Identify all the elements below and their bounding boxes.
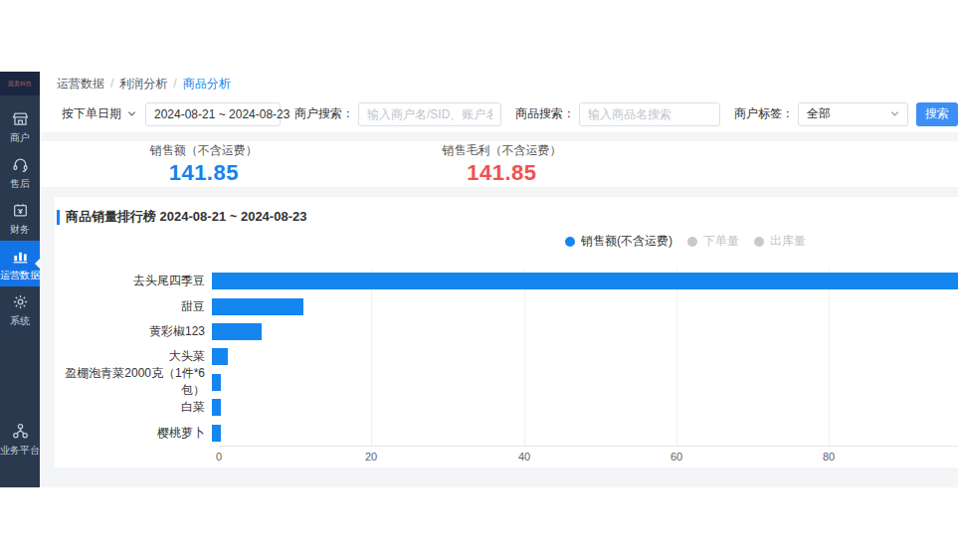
sidebar-item-operations-data[interactable]: 运营数据 — [0, 241, 40, 286]
x-tick-label: 40 — [518, 451, 530, 463]
chart-title: 商品销量排行榜 2024-08-21 ~ 2024-08-23 — [57, 208, 306, 226]
stat-value: 141.85 — [169, 160, 239, 186]
sidebar-item-finance[interactable]: 财务 — [0, 195, 40, 241]
chart-row: 去头尾四季豆 — [55, 269, 958, 293]
chevron-down-icon — [890, 109, 899, 118]
breadcrumb-item[interactable]: 利润分析 — [119, 76, 167, 93]
category-label: 白菜 — [55, 399, 212, 416]
legend-item[interactable]: 销售额(不含运费) — [565, 233, 672, 250]
x-tick-label: 20 — [365, 451, 377, 463]
sidebar-item-label: 财务 — [10, 224, 30, 235]
legend-dot-icon — [754, 237, 764, 247]
x-tick-label: 60 — [671, 451, 682, 463]
headset-icon — [12, 156, 29, 178]
legend-dot-icon — [687, 237, 697, 247]
stat-label: 销售毛利（不含运费） — [442, 142, 561, 159]
legend-dot-icon — [565, 237, 575, 247]
bar[interactable] — [212, 273, 958, 289]
bar-track — [212, 323, 958, 340]
bar[interactable] — [212, 425, 221, 442]
product-search-label: 商品搜索： — [515, 105, 575, 122]
org-icon — [12, 423, 29, 445]
category-label: 樱桃萝卜 — [55, 425, 212, 442]
stat-label: 销售额（不含运费） — [150, 142, 258, 159]
breadcrumb-separator: / — [110, 77, 113, 91]
sidebar-item-label: 运营数据 — [0, 270, 40, 280]
app-logo: 观麦科技 — [0, 72, 40, 95]
shop-icon — [12, 110, 29, 132]
bar[interactable] — [212, 323, 262, 340]
bar-track — [212, 273, 958, 289]
bar-track — [212, 348, 958, 365]
bill-icon — [12, 202, 29, 224]
date-type-dropdown[interactable]: 按下单日期 — [62, 105, 136, 122]
sidebar-item-aftersales[interactable]: 售后 — [0, 149, 40, 195]
legend-label: 出库量 — [770, 233, 806, 250]
bar-chart-icon — [12, 248, 29, 270]
sidebar: 观麦科技 商户 售后 财务 运营数据 系统 — [0, 72, 40, 487]
bar-track — [212, 298, 958, 315]
app-window: 观麦科技 商户 售后 财务 运营数据 系统 — [0, 72, 958, 487]
legend-item[interactable]: 出库量 — [754, 233, 806, 250]
chart-row: 甜豆 — [55, 293, 958, 318]
bar-track — [212, 374, 958, 391]
bar[interactable] — [212, 374, 221, 391]
x-tick-label: 80 — [823, 451, 835, 463]
breadcrumb: 运营数据 / 利润分析 / 商品分析 — [40, 72, 958, 95]
category-label: 盈棚泡青菜2000克（1件*6包） — [55, 365, 212, 399]
sidebar-item-label: 商户 — [10, 132, 30, 143]
main-content: 运营数据 / 利润分析 / 商品分析 按下单日期 2024-08-21 ~ 20… — [40, 72, 958, 487]
search-button[interactable]: 搜索 — [916, 102, 958, 126]
category-label: 黄彩椒123 — [55, 323, 212, 340]
legend-label: 下单量 — [703, 233, 739, 250]
sidebar-item-label: 售后 — [10, 178, 30, 189]
category-label: 甜豆 — [55, 298, 212, 315]
stat-value: 141.85 — [467, 160, 536, 186]
breadcrumb-item-current: 商品分析 — [183, 76, 231, 93]
chart-legend: 销售额(不含运费)下单量出库量 — [565, 233, 821, 250]
merchant-tag-select[interactable]: 全部 — [798, 102, 908, 126]
bar-track — [212, 399, 958, 416]
x-axis-line — [219, 446, 958, 447]
merchant-search-label: 商户搜索： — [294, 105, 354, 122]
bar[interactable] — [212, 348, 228, 365]
bar-track — [212, 425, 958, 442]
sidebar-nav: 商户 售后 财务 运营数据 系统 — [0, 95, 40, 332]
legend-item[interactable]: 下单量 — [687, 233, 739, 250]
sidebar-item-merchant[interactable]: 商户 — [0, 103, 40, 149]
sidebar-item-system[interactable]: 系统 — [0, 286, 40, 332]
bar[interactable] — [212, 399, 221, 416]
merchant-search-input[interactable] — [367, 107, 492, 121]
sidebar-item-business-platform[interactable]: 业务平台 — [0, 416, 40, 462]
chart-rows: 去头尾四季豆甜豆黄彩椒123大头菜盈棚泡青菜2000克（1件*6包）白菜樱桃萝卜 — [55, 269, 958, 446]
breadcrumb-item[interactable]: 运营数据 — [57, 76, 104, 93]
title-accent-bar — [57, 210, 60, 225]
chevron-down-icon — [127, 109, 136, 118]
merchant-tag-label: 商户标签： — [734, 105, 794, 122]
chart-title-text: 商品销量排行榜 2024-08-21 ~ 2024-08-23 — [66, 208, 306, 226]
stat-gross-profit: 销售毛利（不含运费） 141.85 — [353, 141, 652, 187]
date-type-label: 按下单日期 — [62, 105, 121, 122]
category-label: 去头尾四季豆 — [55, 273, 212, 289]
breadcrumb-separator: / — [173, 77, 176, 91]
stats-panel: 销售额（不含运费） 141.85 销售毛利（不含运费） 141.85 — [40, 141, 958, 187]
product-search-input[interactable] — [588, 107, 711, 121]
bar-chart-plot: 去头尾四季豆甜豆黄彩椒123大头菜盈棚泡青菜2000克（1件*6包）白菜樱桃萝卜… — [55, 269, 958, 466]
chart-row: 白菜 — [55, 395, 958, 420]
filter-bar: 按下单日期 2024-08-21 ~ 2024-08-23 商户搜索： 商品搜索… — [40, 95, 958, 132]
sidebar-item-label: 系统 — [10, 315, 30, 326]
x-tick-label: 0 — [216, 451, 222, 463]
chart-row: 黄彩椒123 — [55, 319, 958, 344]
bar[interactable] — [212, 298, 303, 315]
date-range-value: 2024-08-21 ~ 2024-08-23 — [154, 107, 289, 121]
chart-row: 盈棚泡青菜2000克（1件*6包） — [55, 370, 958, 395]
x-axis-ticks: 020406080 — [219, 451, 958, 465]
sidebar-item-label: 业务平台 — [0, 445, 40, 456]
stat-sales-amount: 销售额（不含运费） 141.85 — [55, 141, 353, 187]
category-label: 大头菜 — [55, 348, 212, 365]
merchant-tag-value: 全部 — [807, 105, 831, 122]
gear-icon — [12, 293, 29, 315]
date-range-picker[interactable]: 2024-08-21 ~ 2024-08-23 — [145, 102, 281, 126]
legend-label: 销售额(不含运费) — [581, 233, 672, 250]
product-ranking-chart-card: 商品销量排行榜 2024-08-21 ~ 2024-08-23 销售额(不含运费… — [55, 197, 958, 467]
